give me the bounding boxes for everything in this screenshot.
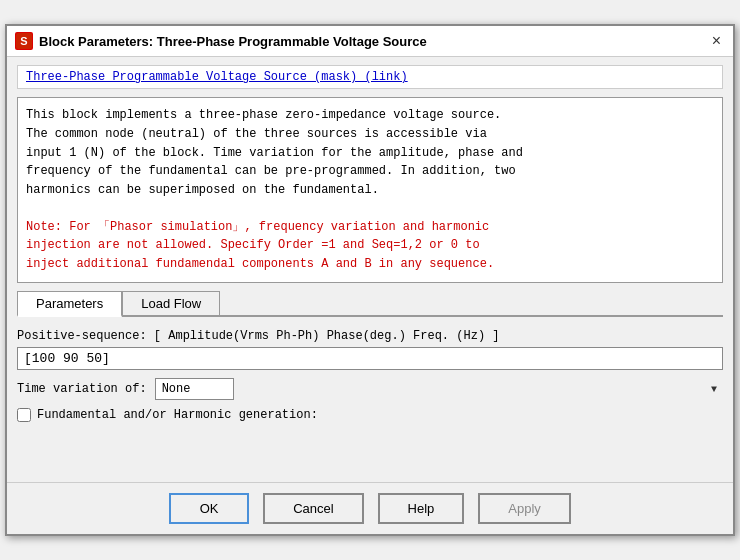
desc-line3: input 1 (N) of the block. Time variation… (26, 146, 523, 160)
positive-sequence-label: Positive-sequence: [ Amplitude(Vrms Ph-P… (17, 329, 723, 343)
harmonic-checkbox-row: Fundamental and/or Harmonic generation: (17, 408, 723, 422)
description-box: This block implements a three-phase zero… (17, 97, 723, 282)
harmonic-checkbox[interactable] (17, 408, 31, 422)
positive-sequence-input[interactable] (17, 347, 723, 370)
harmonic-label: Fundamental and/or Harmonic generation: (37, 408, 318, 422)
time-variation-select[interactable]: None Amplitude Phase Frequency (155, 378, 234, 400)
time-variation-label: Time variation of: (17, 382, 147, 396)
main-window: S Block Parameters: Three-Phase Programm… (5, 24, 735, 535)
close-button[interactable]: × (708, 33, 725, 49)
desc-line4: frequency of the fundamental can be pre-… (26, 164, 516, 178)
desc-line1: This block implements a three-phase zero… (26, 108, 501, 122)
desc-p1: This block implements a three-phase zero… (26, 106, 714, 199)
desc-line2: The common node (neutral) of the three s… (26, 127, 487, 141)
desc-line5: harmonics can be superimposed on the fun… (26, 183, 379, 197)
time-variation-dropdown-wrapper: None Amplitude Phase Frequency (155, 378, 723, 400)
empty-area (17, 430, 723, 470)
bottom-bar: OK Cancel Help Apply (7, 482, 733, 534)
tabs-row: Parameters Load Flow (17, 291, 723, 317)
link-bar[interactable]: Three-Phase Programmable Voltage Source … (17, 65, 723, 89)
tab-parameters[interactable]: Parameters (17, 291, 122, 317)
time-variation-row: Time variation of: None Amplitude Phase … (17, 378, 723, 400)
apply-button[interactable]: Apply (478, 493, 571, 524)
parameters-section: Positive-sequence: [ Amplitude(Vrms Ph-P… (17, 325, 723, 474)
title-bar: S Block Parameters: Three-Phase Programm… (7, 26, 733, 57)
desc-note2: injection are not allowed. Specify Order… (26, 238, 480, 252)
window-icon: S (15, 32, 33, 50)
help-button[interactable]: Help (378, 493, 465, 524)
ok-button[interactable]: OK (169, 493, 249, 524)
tab-load-flow[interactable]: Load Flow (122, 291, 220, 315)
link-text: Three-Phase Programmable Voltage Source … (26, 70, 408, 84)
window-title: Block Parameters: Three-Phase Programmab… (39, 34, 427, 49)
title-bar-left: S Block Parameters: Three-Phase Programm… (15, 32, 427, 50)
desc-p2: Note: For 「Phasor simulation」, frequency… (26, 218, 714, 274)
desc-note3: inject additional fundamendal components… (26, 257, 494, 271)
cancel-button[interactable]: Cancel (263, 493, 363, 524)
desc-note1: Note: For 「Phasor simulation」, frequency… (26, 220, 489, 234)
svg-text:S: S (20, 35, 27, 47)
content-area: Three-Phase Programmable Voltage Source … (7, 57, 733, 481)
